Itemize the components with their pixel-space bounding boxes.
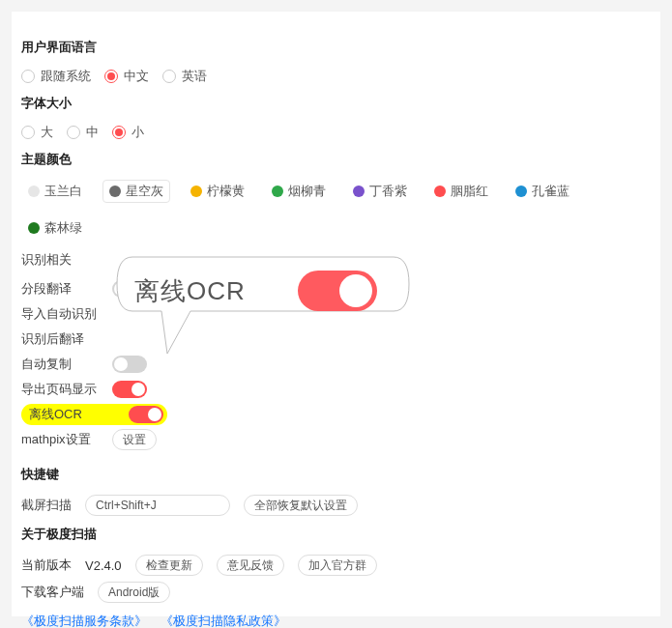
toggle-export-page-number[interactable] [112, 381, 147, 398]
font-size-options: 大 中 小 [21, 124, 651, 141]
toggle-segment-translate[interactable] [112, 280, 147, 298]
theme-option-6[interactable]: 孔雀蓝 [509, 180, 576, 203]
version-label: 当前版本 [21, 557, 72, 574]
settings-panel: 用户界面语言 跟随系统 中文 英语 字体大小 大 中 小 主题颜色 玉兰 [12, 12, 660, 616]
color-swatch-icon [190, 186, 202, 197]
row-translate-after-recognize: 识别后翻译 [21, 327, 651, 352]
theme-option-label: 森林绿 [44, 219, 82, 237]
color-swatch-icon [28, 186, 40, 197]
theme-option-label: 柠檬黄 [207, 183, 245, 200]
ui-language-options: 跟随系统 中文 英语 [21, 68, 651, 85]
version-value: V2.4.0 [85, 558, 122, 573]
recognition-title: 识别相关 [21, 251, 651, 269]
android-download-button[interactable]: Android版 [98, 582, 170, 603]
theme-option-3[interactable]: 烟柳青 [265, 180, 333, 203]
feedback-button[interactable]: 意见反馈 [217, 555, 284, 576]
radio-dot-icon [21, 70, 35, 83]
hotkeys-title: 快捷键 [21, 466, 651, 483]
radio-dot-icon [162, 70, 176, 83]
color-swatch-icon [109, 186, 121, 197]
check-update-button[interactable]: 检查更新 [135, 555, 203, 576]
theme-option-label: 玉兰白 [44, 183, 82, 200]
about-title: 关于极度扫描 [21, 526, 651, 543]
radio-dot-icon [112, 126, 126, 139]
color-swatch-icon [515, 186, 527, 197]
row-auto-recognize-import: 导入自动识别 [21, 301, 651, 327]
theme-option-0[interactable]: 玉兰白 [21, 180, 89, 203]
theme-option-label: 胭脂红 [451, 183, 488, 200]
ui-language-title: 用户界面语言 [21, 39, 651, 56]
theme-option-5[interactable]: 胭脂红 [427, 180, 495, 203]
radio-size-large[interactable]: 大 [21, 124, 53, 141]
font-size-title: 字体大小 [21, 95, 651, 112]
tos-link[interactable]: 《极度扫描服务条款》 [21, 613, 147, 628]
download-label: 下载客户端 [21, 584, 84, 601]
offline-ocr-label: 离线OCR [29, 406, 82, 423]
color-swatch-icon [434, 186, 446, 197]
privacy-link[interactable]: 《极度扫描隐私政策》 [161, 613, 286, 628]
mathpix-settings-button[interactable]: 设置 [112, 429, 157, 450]
theme-color-title: 主题颜色 [21, 151, 651, 168]
toggle-auto-copy[interactable] [112, 356, 147, 373]
radio-size-small[interactable]: 小 [112, 124, 144, 141]
toggle-offline-ocr[interactable] [129, 406, 163, 423]
theme-option-4[interactable]: 丁香紫 [346, 180, 414, 203]
radio-follow-system[interactable]: 跟随系统 [21, 68, 91, 85]
about-download-row: 下载客户端 Android版 [21, 582, 651, 603]
hotkey-screenshot-row: 截屏扫描 全部恢复默认设置 [21, 495, 651, 516]
radio-dot-icon [104, 70, 118, 83]
theme-option-label: 烟柳青 [288, 183, 326, 200]
theme-color-options: 玉兰白星空灰柠檬黄烟柳青丁香紫胭脂红孔雀蓝森林绿 [21, 180, 651, 240]
radio-size-medium[interactable]: 中 [67, 124, 99, 141]
color-swatch-icon [272, 186, 283, 197]
theme-option-label: 星空灰 [126, 183, 163, 200]
about-version-row: 当前版本 V2.4.0 检查更新 意见反馈 加入官方群 [21, 555, 651, 576]
theme-option-label: 孔雀蓝 [532, 183, 570, 200]
theme-option-1[interactable]: 星空灰 [102, 180, 170, 203]
row-auto-copy: 自动复制 [21, 352, 651, 377]
theme-option-2[interactable]: 柠檬黄 [184, 180, 251, 203]
row-offline-ocr: 离线OCR [21, 402, 651, 427]
color-swatch-icon [28, 222, 40, 234]
reset-hotkeys-button[interactable]: 全部恢复默认设置 [244, 495, 358, 516]
row-export-page-number: 导出页码显示 [21, 377, 651, 402]
radio-chinese[interactable]: 中文 [104, 68, 149, 85]
radio-dot-icon [67, 126, 80, 139]
radio-dot-icon [21, 126, 35, 139]
join-group-button[interactable]: 加入官方群 [298, 555, 377, 576]
hotkey-screenshot-input[interactable] [85, 495, 230, 516]
radio-english[interactable]: 英语 [162, 68, 207, 85]
color-swatch-icon [353, 186, 365, 197]
row-segment-translate: 分段翻译 [21, 276, 651, 301]
theme-option-label: 丁香紫 [369, 183, 407, 200]
about-links-row: 《极度扫描服务条款》 《极度扫描隐私政策》 [21, 613, 651, 628]
row-mathpix: mathpix设置 设置 [21, 427, 651, 452]
theme-option-7[interactable]: 森林绿 [21, 216, 89, 240]
